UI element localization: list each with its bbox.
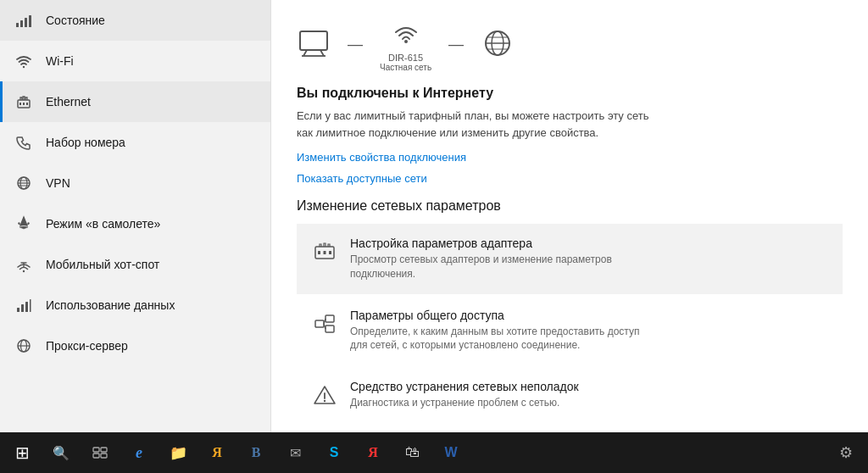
section-title: Изменение сетевых параметров — [297, 198, 843, 214]
svg-rect-6 — [19, 103, 21, 105]
taskbar: ⊞ 🔍 e 📁 Я В ✉ S Я 🛍 W ⚙ — [0, 432, 868, 473]
router-network-type: Частная сеть — [380, 63, 431, 72]
svg-rect-36 — [315, 320, 324, 327]
card-troubleshoot-content: Средство устранения сетевых неполадок Ди… — [350, 380, 579, 410]
sidebar-item-airplane[interactable]: Режим «в самолете» — [0, 203, 270, 244]
vk-button[interactable]: В — [237, 436, 275, 470]
sidebar: Состояние Wi-Fi — [0, 0, 271, 432]
store-button[interactable]: 🛍 — [393, 436, 431, 470]
svg-line-23 — [303, 50, 307, 56]
sidebar-label-hotspot: Мобильный хот-спот — [46, 258, 159, 271]
svg-rect-34 — [324, 251, 326, 254]
pc-icon-item — [297, 28, 331, 62]
card-sharing-desc: Определите, к каким данным вы хотите пре… — [350, 325, 655, 353]
taskview-button[interactable] — [81, 436, 119, 470]
svg-rect-46 — [101, 454, 107, 458]
internet-icon-item — [481, 28, 515, 62]
card-sharing-content: Параметры общего доступа Определите, к к… — [350, 309, 655, 353]
svg-rect-45 — [93, 454, 99, 458]
data-icon — [14, 295, 34, 315]
sidebar-label-status: Состояние — [46, 14, 105, 27]
card-troubleshoot[interactable]: Средство устранения сетевых неполадок Ди… — [297, 367, 843, 423]
sidebar-item-dialup[interactable]: Набор номера — [0, 122, 270, 163]
sidebar-label-proxy: Прокси-сервер — [46, 339, 128, 353]
sidebar-item-proxy[interactable]: Прокси-сервер — [0, 326, 270, 366]
sidebar-item-wifi[interactable]: Wi-Fi — [0, 41, 270, 81]
svg-point-26 — [404, 40, 408, 43]
sharing-icon — [311, 310, 338, 337]
svg-line-24 — [320, 50, 324, 56]
network-status-icons: — DIR-615 Частная сеть — — [297, 17, 843, 72]
link-properties[interactable]: Изменить свойства подключения — [297, 151, 843, 164]
svg-rect-7 — [23, 103, 25, 105]
card-sharing[interactable]: Параметры общего доступа Определите, к к… — [297, 296, 843, 366]
sidebar-item-hotspot[interactable]: Мобильный хот-спот — [0, 244, 270, 285]
status-title: Вы подключены к Интернету — [297, 86, 843, 101]
wifi-icon — [14, 51, 34, 71]
sidebar-label-wifi: Wi-Fi — [46, 54, 74, 68]
search-button[interactable]: 🔍 — [42, 436, 80, 470]
router-name: DIR-615 — [388, 53, 423, 63]
adapter-icon — [311, 238, 338, 265]
svg-point-14 — [23, 270, 25, 272]
sidebar-item-ethernet[interactable]: Ethernet — [0, 81, 270, 122]
content-area: — DIR-615 Частная сеть — — [271, 0, 868, 432]
main-area: Состояние Wi-Fi — [0, 0, 868, 432]
svg-rect-16 — [21, 304, 24, 312]
svg-rect-33 — [318, 251, 320, 254]
status-icon — [14, 10, 34, 31]
connection-arrow2: — — [448, 36, 464, 53]
sidebar-item-datausage[interactable]: Использование данных — [0, 285, 270, 326]
svg-rect-43 — [93, 448, 99, 452]
svg-rect-2 — [25, 18, 27, 27]
sidebar-label-vpn: VPN — [46, 176, 70, 190]
svg-rect-35 — [329, 251, 331, 254]
phone-icon — [14, 132, 34, 153]
sidebar-label-datausage: Использование данных — [46, 298, 175, 312]
svg-rect-8 — [26, 103, 28, 105]
word-button[interactable]: W — [432, 436, 470, 470]
ethernet-icon — [14, 92, 34, 112]
svg-point-4 — [23, 66, 25, 68]
yandex2-button[interactable]: Я — [354, 436, 392, 470]
sidebar-label-ethernet: Ethernet — [46, 95, 91, 109]
troubleshoot-icon — [311, 381, 338, 409]
sidebar-label-dialup: Набор номера — [46, 136, 125, 149]
svg-rect-3 — [29, 15, 31, 27]
status-description: Если у вас лимитный тарифный план, вы мо… — [297, 108, 653, 141]
card-adapter-desc: Просмотр сетевых адаптеров и изменение п… — [350, 253, 655, 281]
yandex-browser-button[interactable]: Я — [198, 436, 236, 470]
card-sharing-title: Параметры общего доступа — [350, 309, 655, 322]
proxy-icon — [14, 336, 34, 356]
vpn-icon — [14, 173, 34, 193]
svg-rect-15 — [17, 308, 19, 312]
svg-rect-38 — [326, 326, 334, 332]
card-adapter[interactable]: Настройка параметров адаптера Просмотр с… — [297, 224, 843, 294]
card-adapter-title: Настройка параметров адаптера — [350, 236, 655, 250]
svg-rect-17 — [25, 302, 28, 312]
router-icon-item: DIR-615 Частная сеть — [380, 17, 431, 72]
link-available[interactable]: Показать доступные сети — [297, 172, 843, 185]
start-button[interactable]: ⊞ — [3, 436, 41, 470]
svg-point-42 — [324, 400, 326, 402]
connection-arrow: — — [348, 36, 363, 53]
sidebar-label-airplane: Режим «в самолете» — [46, 217, 160, 231]
edge-button[interactable]: e — [120, 436, 158, 470]
card-troubleshoot-desc: Диагностика и устранение проблем с сетью… — [350, 396, 579, 410]
sidebar-item-vpn[interactable]: VPN — [0, 163, 270, 203]
svg-rect-18 — [30, 299, 31, 312]
svg-rect-1 — [20, 20, 23, 27]
airplane-icon — [14, 214, 34, 234]
sidebar-item-status[interactable]: Состояние — [0, 0, 270, 41]
mail-button[interactable]: ✉ — [276, 436, 314, 470]
settings-button[interactable]: ⚙ — [827, 436, 865, 470]
files-button[interactable]: 📁 — [159, 436, 197, 470]
card-adapter-content: Настройка параметров адаптера Просмотр с… — [350, 236, 655, 281]
svg-rect-37 — [326, 315, 334, 322]
svg-rect-0 — [16, 23, 19, 27]
svg-rect-22 — [300, 31, 327, 50]
svg-rect-44 — [101, 448, 107, 452]
card-troubleshoot-title: Средство устранения сетевых неполадок — [350, 380, 579, 393]
hotspot-icon — [14, 254, 34, 275]
skype-button[interactable]: S — [315, 436, 353, 470]
